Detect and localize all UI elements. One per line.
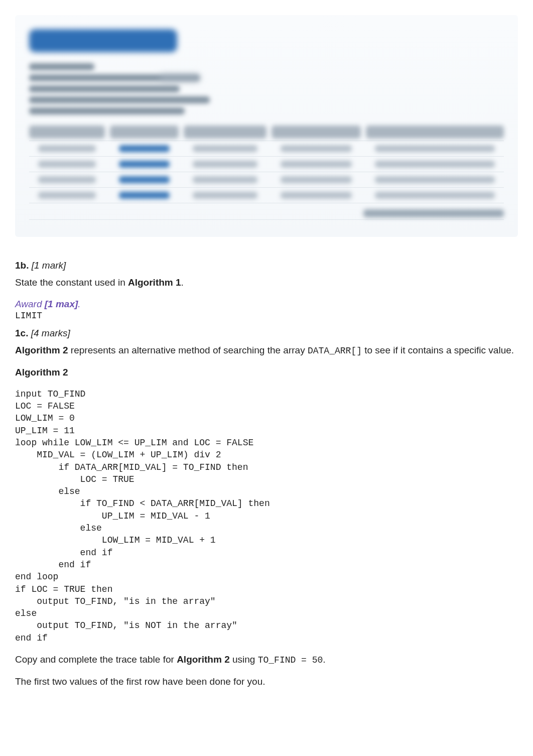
trace-table-instruction: Copy and complete the trace table for Al… [15, 653, 518, 666]
algorithm2-code-block: input TO_FIND LOC = FALSE LOW_LIM = 0 UP… [15, 388, 518, 644]
blurred-line [29, 74, 200, 81]
algorithm2-description: Algorithm 2 represents an alternative me… [15, 344, 518, 357]
award-label: Award [15, 299, 45, 309]
question-number: 1c. [15, 328, 28, 338]
blurred-markscheme-panel [15, 15, 518, 237]
text: . [181, 277, 184, 288]
question-marks: [1 mark] [32, 260, 66, 271]
text: using [230, 654, 258, 665]
text: . [323, 654, 325, 665]
award-line: Award [1 max]. [15, 298, 518, 311]
blurred-line [29, 85, 180, 92]
text: . [78, 299, 80, 309]
question-1b-prompt: State the constant used in Algorithm 1. [15, 276, 518, 289]
question-1c-heading: 1c. [4 marks] [15, 327, 518, 340]
page: 1b. [1 mark] State the constant used in … [0, 0, 533, 727]
blurred-line [29, 96, 210, 103]
algorithm2-heading: Algorithm 2 [15, 366, 518, 379]
heading-text: Algorithm 2 [15, 367, 68, 377]
text: Copy and complete the trace table for [15, 654, 177, 665]
question-marks: [4 marks] [31, 328, 70, 338]
blurred-table [29, 125, 504, 221]
text: to see if it contains a specific value. [362, 345, 514, 355]
algorithm-ref: Algorithm 2 [177, 654, 230, 665]
algorithm-ref: Algorithm 2 [15, 345, 68, 355]
text: State the constant used in [15, 277, 128, 288]
blurred-line [29, 63, 94, 70]
first-row-note: The first two values of the first row ha… [15, 675, 518, 688]
question-number: 1b. [15, 260, 29, 271]
algorithm-ref: Algorithm 1 [128, 277, 181, 288]
question-1b-heading: 1b. [1 mark] [15, 259, 518, 272]
award-max: [1 max] [45, 299, 78, 309]
inline-code: DATA_ARR[] [308, 346, 362, 356]
blurred-line [29, 107, 185, 114]
limit-answer: LIMIT [15, 310, 518, 322]
blurred-heading [29, 29, 177, 52]
text: represents an alternative method of sear… [68, 345, 308, 355]
inline-code: TO_FIND = 50 [258, 655, 323, 665]
